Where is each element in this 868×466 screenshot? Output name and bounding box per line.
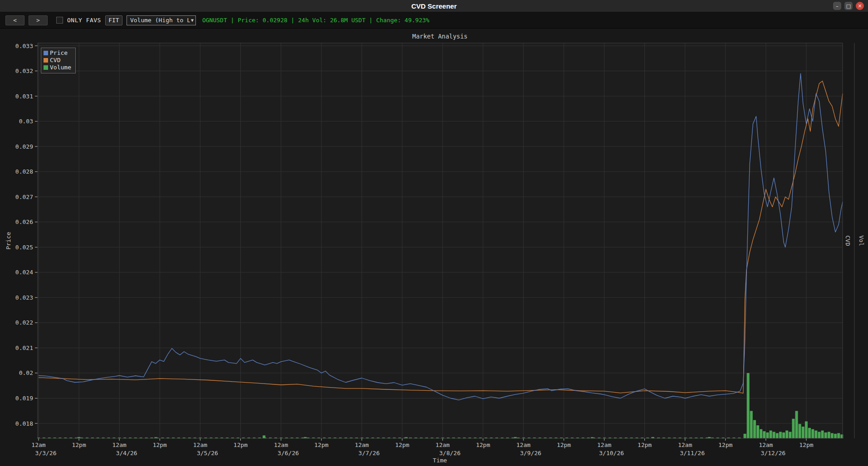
legend-label: CVD xyxy=(50,57,60,64)
y-tick-label: 0.018 xyxy=(15,420,33,427)
volume-bar xyxy=(814,431,817,438)
volume-bar xyxy=(808,428,811,438)
x-date-label: 3/8/26 xyxy=(439,450,461,456)
x-tick-label: 12am xyxy=(355,442,369,448)
minimize-button[interactable]: – xyxy=(833,2,841,10)
y-tick-label: 0.02 xyxy=(19,369,33,376)
plot-background xyxy=(38,43,843,438)
legend-label: Price xyxy=(50,49,68,57)
volume-bar xyxy=(779,432,782,438)
x-date-label: 3/11/26 xyxy=(680,450,705,456)
y-tick-label: 0.022 xyxy=(15,319,33,326)
volume-bar xyxy=(756,425,759,438)
volume-bar xyxy=(799,424,801,438)
volume-bar xyxy=(828,432,830,438)
volume-bar xyxy=(744,434,746,438)
volume-bar xyxy=(824,432,827,438)
x-tick-label: 12pm xyxy=(638,442,652,448)
y-tick-label: 0.019 xyxy=(15,395,33,402)
app-window: CVD Screener – □ ✕ < > ONLY FAVS FIT Vol… xyxy=(0,0,868,466)
x-tick-label: 12am xyxy=(31,442,45,448)
volume-bar xyxy=(782,432,785,438)
x-tick-label: 12pm xyxy=(72,442,86,448)
x-tick-label: 12am xyxy=(435,442,449,448)
legend-item: Price xyxy=(44,49,71,57)
vol-axis-label: Vol xyxy=(858,235,865,246)
y-tick-label: 0.023 xyxy=(15,294,33,301)
volume-bar xyxy=(821,431,824,438)
volume-bar xyxy=(792,419,795,438)
x-tick-label: 12am xyxy=(274,442,288,448)
volume-bar xyxy=(773,432,775,438)
x-date-label: 3/3/26 xyxy=(35,450,57,456)
y-tick-label: 0.027 xyxy=(15,194,33,200)
volume-bar xyxy=(789,432,791,438)
prev-button[interactable]: < xyxy=(5,15,24,25)
sort-dropdown[interactable]: Volume (High to Low) ▼ xyxy=(127,15,196,25)
chart-region: 0.0330.0320.0310.030.0290.0280.0270.0260… xyxy=(0,29,868,466)
market-analysis-chart: 0.0330.0320.0310.030.0290.0280.0270.0260… xyxy=(0,29,868,466)
legend-item: CVD xyxy=(44,57,71,64)
volume-bar xyxy=(760,429,762,438)
only-favs-checkbox[interactable] xyxy=(56,17,63,24)
y-tick-label: 0.025 xyxy=(15,244,33,251)
y-tick-label: 0.026 xyxy=(15,218,33,225)
x-date-label: 3/6/26 xyxy=(278,450,299,456)
y-tick-label: 0.024 xyxy=(15,269,33,276)
sort-dropdown-value: Volume (High to Low) xyxy=(130,17,190,24)
legend-item: Volume xyxy=(44,64,71,71)
x-tick-label: 12am xyxy=(193,442,207,448)
window-controls: – □ ✕ xyxy=(833,2,864,10)
x-date-label: 3/4/26 xyxy=(116,450,137,456)
close-button[interactable]: ✕ xyxy=(856,2,864,10)
only-favs-label: ONLY FAVS xyxy=(67,17,101,24)
y-tick-label: 0.033 xyxy=(15,43,33,49)
volume-bar xyxy=(837,433,840,439)
window-title: CVD Screener xyxy=(0,2,868,10)
chart-legend: PriceCVDVolume xyxy=(41,48,76,73)
x-tick-label: 12pm xyxy=(476,442,490,448)
volume-bar xyxy=(818,432,820,438)
x-date-label: 3/12/26 xyxy=(761,450,785,456)
volume-bar xyxy=(805,422,808,439)
time-axis-label: Time xyxy=(12,457,868,464)
volume-bar xyxy=(785,431,788,438)
chart-title: Market Analysis xyxy=(12,33,868,40)
titlebar[interactable]: CVD Screener – □ ✕ xyxy=(0,0,868,12)
x-tick-label: 12am xyxy=(759,442,773,448)
x-tick-label: 12am xyxy=(597,442,611,448)
volume-bar xyxy=(795,411,798,439)
ticker-status: OGNUSDT | Price: 0.02928 | 24h Vol: 26.8… xyxy=(202,17,429,24)
y-tick-label: 0.032 xyxy=(15,68,33,74)
x-tick-label: 12pm xyxy=(718,442,732,448)
volume-bar xyxy=(831,433,834,439)
cvd-axis-label: CVD xyxy=(844,235,851,246)
volume-bar xyxy=(802,427,805,438)
volume-bar xyxy=(763,431,766,438)
y-tick-label: 0.031 xyxy=(15,93,33,100)
maximize-button[interactable]: □ xyxy=(844,2,853,10)
x-date-label: 3/5/26 xyxy=(197,450,218,456)
volume-bar xyxy=(811,429,814,438)
x-tick-label: 12pm xyxy=(557,442,571,448)
y-tick-label: 0.028 xyxy=(15,168,33,175)
legend-swatch xyxy=(44,65,48,70)
toolbar: < > ONLY FAVS FIT Volume (High to Low) ▼… xyxy=(0,12,868,29)
x-date-label: 3/9/26 xyxy=(520,450,541,456)
price-axis-label: Price xyxy=(5,232,12,249)
x-date-label: 3/7/26 xyxy=(358,450,380,456)
volume-bar xyxy=(263,436,265,439)
volume-bar xyxy=(750,411,753,439)
next-button[interactable]: > xyxy=(29,15,48,25)
legend-swatch xyxy=(44,58,48,63)
x-date-label: 3/10/26 xyxy=(599,450,624,456)
volume-bar xyxy=(776,433,779,439)
chevron-down-icon: ▼ xyxy=(191,18,194,23)
volume-bar xyxy=(766,432,769,438)
volume-bar xyxy=(753,420,756,438)
x-tick-label: 12pm xyxy=(395,442,409,448)
fit-button[interactable]: FIT xyxy=(105,15,122,25)
y-tick-label: 0.021 xyxy=(15,345,33,351)
x-tick-label: 12pm xyxy=(234,442,248,448)
x-tick-label: 12am xyxy=(112,442,127,448)
